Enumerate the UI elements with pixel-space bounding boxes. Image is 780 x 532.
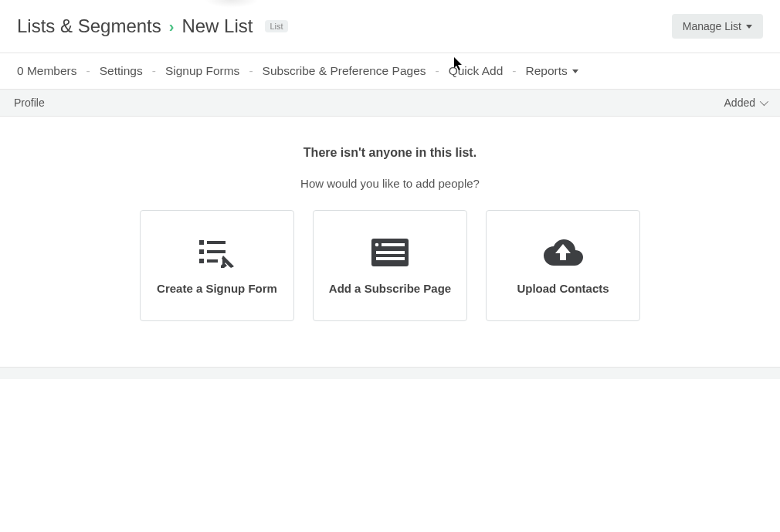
- add-subscribe-page-card[interactable]: Add a Subscribe Page: [313, 210, 467, 321]
- separator: -: [512, 64, 516, 78]
- chevron-down-icon: [760, 97, 768, 106]
- chevron-right-icon: ›: [169, 18, 175, 36]
- svg-rect-12: [376, 257, 405, 260]
- caret-down-icon: [746, 25, 752, 29]
- page-icon: [370, 237, 410, 268]
- cloud-upload-icon: [541, 237, 585, 268]
- subnav-members[interactable]: 0 Members: [17, 64, 77, 78]
- manage-list-button[interactable]: Manage List: [672, 14, 763, 39]
- empty-title: There isn't anyone in this list.: [0, 146, 780, 160]
- form-icon: [198, 237, 236, 268]
- separator: -: [152, 64, 156, 78]
- svg-rect-0: [199, 240, 204, 245]
- column-profile: Profile: [14, 97, 45, 109]
- manage-list-label: Manage List: [683, 20, 741, 32]
- svg-rect-4: [199, 259, 204, 263]
- breadcrumb-parent[interactable]: Lists & Segments: [17, 15, 161, 37]
- svg-rect-3: [207, 250, 226, 253]
- card-row: Create a Signup Form Add a Subscribe Pag…: [0, 210, 780, 321]
- separator: -: [436, 64, 439, 78]
- footer-band: [0, 367, 780, 379]
- svg-rect-2: [199, 249, 204, 254]
- svg-rect-11: [376, 251, 405, 254]
- column-added-label: Added: [724, 97, 755, 109]
- subnav: 0 Members - Settings - Signup Forms - Su…: [0, 53, 780, 89]
- svg-marker-7: [221, 263, 227, 268]
- subnav-quick-add[interactable]: Quick Add: [449, 64, 504, 78]
- caret-down-icon: [572, 69, 578, 73]
- empty-subtitle: How would you like to add people?: [0, 177, 780, 190]
- breadcrumb: Lists & Segments › New List List: [17, 15, 288, 37]
- subnav-settings[interactable]: Settings: [100, 64, 143, 78]
- separator: -: [86, 64, 90, 78]
- separator: -: [249, 64, 253, 78]
- card-label: Upload Contacts: [517, 282, 609, 295]
- svg-rect-5: [207, 259, 218, 263]
- card-label: Create a Signup Form: [157, 282, 277, 295]
- page-header: Lists & Segments › New List List Manage …: [0, 0, 780, 53]
- svg-point-9: [375, 242, 379, 246]
- svg-rect-10: [382, 243, 405, 246]
- type-badge: List: [265, 20, 287, 32]
- subnav-reports-label: Reports: [526, 64, 568, 78]
- subnav-reports[interactable]: Reports: [526, 64, 578, 78]
- card-label: Add a Subscribe Page: [329, 282, 451, 295]
- subnav-signup-forms[interactable]: Signup Forms: [165, 64, 239, 78]
- upload-contacts-card[interactable]: Upload Contacts: [486, 210, 640, 321]
- column-added[interactable]: Added: [724, 97, 766, 109]
- table-header: Profile Added: [0, 89, 780, 117]
- empty-state: There isn't anyone in this list. How wou…: [0, 117, 780, 321]
- svg-rect-1: [207, 241, 226, 244]
- create-signup-form-card[interactable]: Create a Signup Form: [140, 210, 294, 321]
- breadcrumb-current: New List: [181, 15, 253, 37]
- subnav-subscribe-pages[interactable]: Subscribe & Preference Pages: [263, 64, 426, 78]
